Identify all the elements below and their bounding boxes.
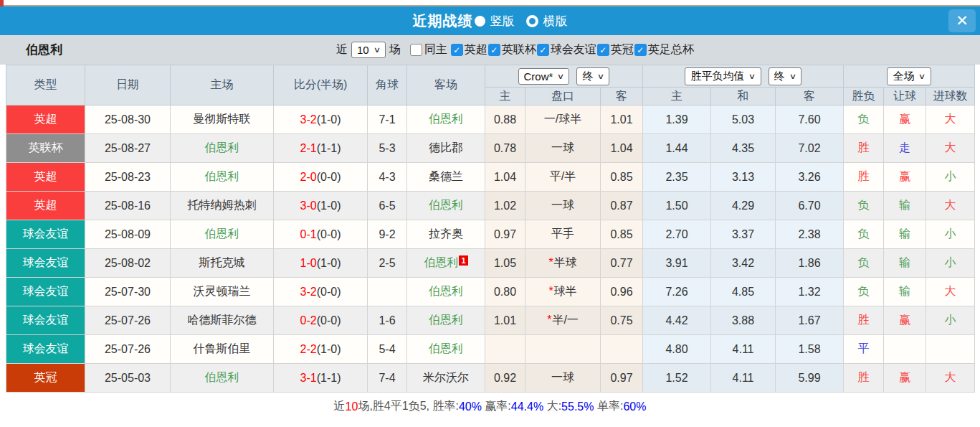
match-result: 平 — [844, 335, 884, 364]
col-header-date: 日期 — [85, 65, 171, 105]
avg-home: 1.52 — [643, 364, 711, 393]
odds-company-select[interactable]: Crow* — [518, 68, 570, 85]
summary-segment: 单率: — [594, 399, 623, 414]
away-team: 伯恩利 — [407, 306, 485, 335]
league-filter[interactable]: 英冠 — [597, 42, 634, 57]
goals-result: 大 — [926, 134, 975, 163]
goals-result: 大 — [926, 364, 975, 393]
star-icon: * — [548, 285, 553, 297]
league-filter[interactable]: 英足总杯 — [634, 42, 695, 57]
odds-home: 0.92 — [485, 364, 525, 393]
same-home-checkbox[interactable] — [410, 44, 422, 56]
col-header-score: 比分(半场) — [274, 65, 368, 105]
match-row: 球会友谊25-08-09伯恩利0-1(0-0)9-2拉齐奥0.97平手0.852… — [6, 220, 975, 249]
avg-away: 5.99 — [776, 364, 844, 393]
handicap: 一球 — [525, 364, 601, 393]
avg-away: 2.38 — [776, 220, 844, 249]
odds-home: 1.02 — [485, 192, 525, 220]
view-option-horizontal[interactable]: 横版 — [543, 13, 568, 29]
league-filter[interactable]: 球会友谊 — [537, 42, 597, 57]
checkbox-checked-icon[interactable] — [597, 44, 609, 56]
radio-selected-icon[interactable] — [475, 16, 485, 27]
avg-stage-select[interactable]: 终 — [769, 67, 801, 85]
results-tbody: 英超25-08-30曼彻斯特联3-2(1-0)7-1伯恩利0.88一/球半1.0… — [6, 105, 975, 393]
col-header-home: 主场 — [171, 65, 274, 105]
summary-line: 近10场,胜4平1负5, 胜率:40% 赢率:44.4% 大:55.5% 单率:… — [0, 393, 980, 421]
handicap-result: 输 — [884, 192, 926, 220]
match-result: 胜 — [844, 163, 884, 192]
recent-count-value: 10 — [357, 44, 369, 56]
home-team: 伯恩利 — [171, 134, 274, 163]
checkbox-checked-icon[interactable] — [634, 44, 647, 56]
handicap-result: 走 — [884, 134, 926, 163]
handicap-result: 输 — [884, 249, 926, 278]
match-result: 负 — [844, 278, 884, 306]
radio-unselected-icon[interactable] — [526, 15, 538, 27]
checkbox-checked-icon[interactable] — [488, 44, 500, 56]
filter-bar: 伯恩利 近 10 场 同主 英超英联杯球会友谊英冠英足总杯 — [0, 35, 980, 65]
odds-away: 0.96 — [601, 278, 643, 306]
halftime-score: (1-0) — [317, 113, 341, 126]
league-badge: 英超 — [6, 105, 85, 134]
avg-away: 6.70 — [776, 192, 844, 220]
home-team: 伯恩利 — [171, 364, 274, 393]
view-option-vertical[interactable]: 竖版 — [490, 13, 515, 29]
close-button[interactable]: ✕ — [948, 9, 976, 32]
handicap-result: 赢 — [884, 364, 926, 393]
match-score: 3-2(0-0) — [274, 278, 368, 306]
league-badge: 球会友谊 — [6, 278, 85, 306]
col-header-avg-away: 客 — [776, 88, 844, 105]
goals-result — [926, 335, 975, 364]
away-team: 伯恩利 — [407, 192, 485, 220]
odds-stage-select[interactable]: 终 — [576, 67, 609, 85]
checkbox-checked-icon[interactable] — [451, 44, 463, 56]
recent-count-select[interactable]: 10 — [351, 42, 386, 58]
goals-result: 大 — [926, 192, 975, 220]
match-date: 25-07-26 — [85, 335, 171, 364]
match-result: 胜 — [844, 134, 884, 163]
away-team-name: 伯恩利 — [429, 113, 463, 125]
title-group: 近期战绩 竖版 横版 — [413, 11, 568, 31]
league-filter-label: 英联杯 — [502, 42, 536, 57]
checkbox-checked-icon[interactable] — [537, 44, 549, 56]
top-edge-strip — [0, 0, 980, 6]
halftime-score: (0-0) — [317, 314, 341, 327]
col-header-away: 客场 — [407, 65, 485, 105]
away-team-name: 伯恩利 — [429, 199, 463, 211]
halftime-score: (1-1) — [317, 372, 341, 384]
header-row-selects: 类型 日期 主场 比分(半场) 角球 客场 Crow* 终 — [6, 65, 975, 88]
match-row: 英超25-08-30曼彻斯特联3-2(1-0)7-1伯恩利0.88一/球半1.0… — [6, 105, 975, 134]
home-team: 斯托克城 — [171, 249, 274, 278]
corner-score: 7-4 — [368, 364, 407, 393]
match-row: 球会友谊25-08-02斯托克城1-0(1-0)2-5伯恩利11.05*半球0.… — [6, 249, 975, 278]
match-score: 2-1(1-1) — [274, 134, 368, 163]
col-header-odds-home: 主 — [485, 88, 525, 105]
fulltime-score: 0-2 — [300, 314, 317, 327]
match-score: 3-2(1-0) — [274, 105, 368, 134]
halftime-score: (1-0) — [317, 257, 341, 269]
halftime-score: (0-0) — [317, 171, 341, 183]
avg-type-select[interactable]: 胜平负均值 — [685, 67, 761, 85]
match-date: 25-08-09 — [85, 220, 171, 249]
avg-home: 7.26 — [643, 278, 711, 306]
league-filter[interactable]: 英联杯 — [488, 42, 537, 57]
avg-home: 1.44 — [643, 134, 711, 163]
avg-header-group: 胜平负均值 终 — [643, 65, 844, 88]
col-header-corner: 角球 — [368, 65, 407, 105]
col-header-result: 胜负 — [844, 88, 884, 105]
halftime-score: (1-0) — [317, 343, 341, 355]
away-team-name: 伯恩利 — [429, 342, 463, 355]
col-header-type: 类型 — [6, 65, 85, 105]
handicap-result: 输 — [884, 278, 926, 306]
scope-select[interactable]: 全场 — [887, 67, 931, 85]
match-date: 25-07-30 — [85, 278, 171, 306]
col-header-odds-away: 客 — [601, 88, 643, 105]
league-filter[interactable]: 英超 — [451, 42, 488, 57]
star-icon: * — [547, 314, 551, 326]
handicap-result — [884, 335, 926, 364]
avg-home: 2.35 — [643, 163, 711, 192]
match-score: 2-2(1-0) — [274, 335, 368, 364]
chevron-down-icon — [557, 72, 564, 81]
match-result: 负 — [844, 192, 884, 220]
match-result: 胜 — [844, 306, 884, 335]
